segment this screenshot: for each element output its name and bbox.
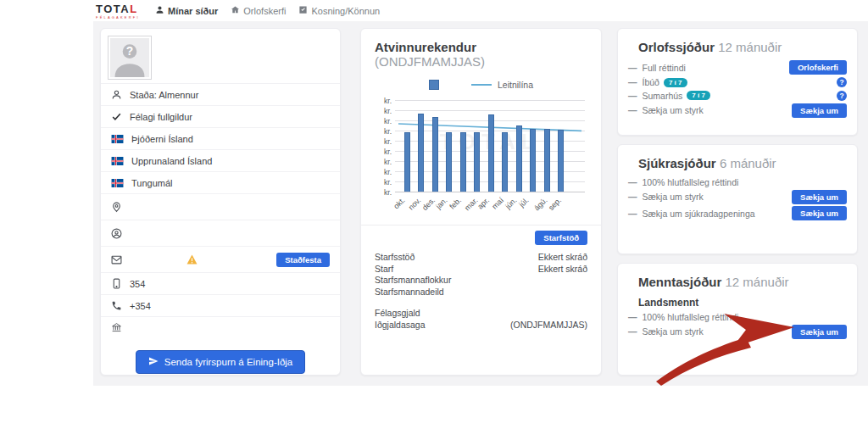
profile-row-nationality: Þjóðerni Ísland [101,127,340,149]
y-axis-ticks: kr.kr.kr.kr.kr.kr.kr.kr.kr.kr. [375,100,395,192]
warning-icon [186,254,198,265]
top-navigation: TOTAL FÉLAGAKERFI Mínar síður Orlofskerf… [93,0,868,21]
app-logo[interactable]: TOTAL FÉLAGAKERFI [96,2,148,19]
help-icon[interactable]: ? [837,77,847,87]
apply-grant-button[interactable]: Sækja um [792,325,847,339]
bank-icon [111,322,122,333]
bar-plot: TOTAL [395,100,585,192]
x-tick-label: okt. [392,196,406,210]
x-axis-labels: okt.nov.des.jan.feb.mar.apr.maíjún.júl.á… [395,192,585,216]
nationality-text: Þjóðerni Ísland [131,134,193,144]
y-tick-label: kr. [384,127,392,136]
help-icon[interactable]: ? [837,91,847,101]
divider [361,225,601,226]
bar-jún. [516,125,522,192]
nav-item-kosning-konnun[interactable]: Kosning/Könnun [298,5,380,16]
iceland-flag-icon [111,135,124,143]
bar-jan. [446,132,452,192]
apply-grant-button[interactable]: Sækja um [792,190,847,204]
profile-row-email: Staðfesta [101,246,340,272]
dash-icon: — [628,177,637,187]
fund-subtitle: Landsmennt [638,297,849,309]
profile-row-address [101,193,340,220]
detail-label: Starfsstöð [375,252,415,264]
nav-item-label: Orlofskerfi [243,6,286,16]
location-pin-icon [111,202,122,213]
detail-value: Ekkert skráð [538,252,587,264]
dash-icon: — [628,192,637,202]
fund-title-period: 12 mánuðir [718,40,782,54]
profile-rows: Staða: Almennur Félagi fullgildur Þjóðer… [101,83,340,338]
nav-item-label: Mínar síður [168,6,218,16]
send-inquiry-label: Senda fyrirspurn á Eining-Iðja [164,357,293,367]
logo-subtitle: FÉLAGAKERFI [96,16,148,19]
chart-title: Atvinnurekendur (ONDJFMAMJJAS) [375,40,587,69]
svg-text:?: ? [126,45,133,58]
status-text: Staða: Almennur [130,90,198,100]
logo-accent: L [130,3,137,15]
fund-title-main: Orlofssjóður [638,40,715,54]
apply-grant-button[interactable]: Sækja um [792,103,847,118]
x-tick-label: feb. [448,196,463,211]
send-inquiry-button[interactable]: Senda fyrirspurn á Eining-Iðja [136,350,306,374]
x-tick-label: júl. [517,196,530,209]
dash-icon: — [628,105,637,115]
sjukrasjodur-card: Sjúkrasjóður 6 mánuðir — 100% hlutfallsl… [617,144,858,254]
y-tick-label: kr. [384,117,392,125]
detail-row: Félagsgjald [375,308,587,320]
detail-row: Iðgjaldasaga(ONDJFMAMJJAS) [375,320,587,331]
detail-value: Ekkert skráð [538,264,587,276]
bar-chart: kr.kr.kr.kr.kr.kr.kr.kr.kr.kr. TOTAL [375,100,587,192]
legend-trend-line [471,84,492,86]
person-outline-icon [111,89,122,100]
chart-title-suffix: (ONDJFMAMJJAS) [375,54,485,69]
profile-row-username [101,220,340,246]
y-tick-label: kr. [384,168,392,176]
fund-title-period: 12 mánuðir [726,275,789,289]
fund-row-label: Sækja um styrk [643,105,704,115]
envelope-icon [111,254,122,265]
verify-email-button[interactable]: Staðfesta [276,253,330,267]
menntasjodur-card: Menntasjóður 12 mánuðir Landsmennt — 100… [617,263,858,376]
bar-apr. [488,114,494,192]
profile-row-phone: +354 [101,294,340,316]
orlofskerfi-button[interactable]: Orlofskerfi [789,60,847,75]
nav-item-minar-sidur[interactable]: Mínar síður [155,5,218,16]
x-tick-label: jan. [434,196,448,210]
x-tick-label: sep. [546,196,562,212]
starfstod-badge-button[interactable]: Starfstöð [535,231,587,245]
fund-row-label: Sumarhús [643,91,683,101]
fund-title: Sjúkrasjóður 6 mánuðir [638,156,849,170]
detail-row: Starfsmannadeild [375,287,587,298]
detail-row: StarfEkkert skráð [375,264,587,276]
fund-row: — Sækja um styrk Sækja um [626,190,849,204]
fund-row-label: Sækja um sjúkradagpeninga [643,209,755,219]
nav-item-orlofskerfi[interactable]: Orlofskerfi [231,5,286,16]
check-icon [111,111,122,122]
iceland-flag-icon [111,179,124,187]
logo-text: TOTA [96,3,130,15]
chart-title-main: Atvinnurekendur [375,40,476,54]
detail-label: Starfsmannadeild [375,287,444,298]
apply-sick-pay-button[interactable]: Sækja um [792,206,847,220]
detail-row: Starfsmannaflokkur [375,275,587,287]
bar-sep. [558,130,564,192]
chart-legend: Leitnilína [375,80,587,90]
profile-card: ? Staða: Almennur Félagi fullgildur Þjóð… [100,28,341,376]
x-tick-label: ágú. [532,196,548,212]
x-tick-label: nov. [406,196,422,212]
detail-row: StarfsstöðEkkert skráð [375,252,587,264]
page: TOTAL FÉLAGAKERFI Mínar síður Orlofskerf… [0,0,868,440]
dash-icon: — [628,312,637,322]
fund-row: — Sækja um sjúkradagpeninga Sækja um [626,206,849,220]
bar-des. [432,117,438,192]
employer-card: Atvinnurekendur (ONDJFMAMJJAS) Leitnilín… [360,28,602,376]
dash-icon: — [628,209,637,219]
fund-title-period: 6 mánuðir [720,156,776,170]
fund-row: — Sækja um styrk Sækja um [626,103,849,118]
avatar[interactable]: ? [108,36,152,80]
origin-text: Upprunaland Ísland [131,156,212,166]
fund-row: — Full réttindi Orlofskerfi [626,60,849,75]
mobile-phone-icon [111,278,122,289]
paper-plane-icon [148,356,159,368]
